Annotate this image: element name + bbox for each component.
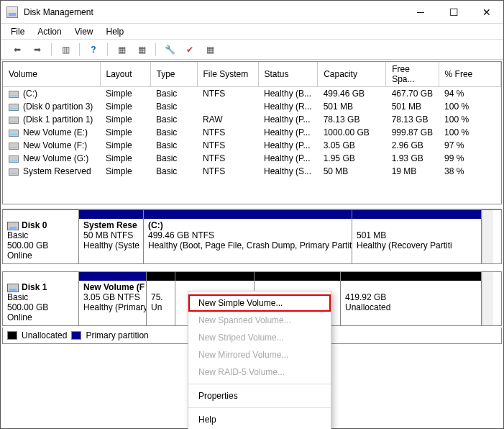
separator bbox=[155, 43, 156, 56]
disk-management-window: Disk Management ─ ☐ ✕ File Action View H… bbox=[0, 0, 504, 429]
ctx-new-mirrored-volume: New Mirrored Volume... bbox=[188, 346, 331, 363]
menu-help[interactable]: Help bbox=[106, 27, 124, 37]
menu-bar: File Action View Help bbox=[1, 24, 503, 40]
volume-row[interactable]: New Volume (G:)SimpleBasicNTFSHealthy (P… bbox=[3, 152, 501, 165]
ctx-new-spanned-volume: New Spanned Volume... bbox=[188, 312, 331, 329]
partition[interactable]: New Volume (F3.05 GB NTFSHealthy (Primar… bbox=[79, 272, 147, 325]
refresh-icon[interactable]: ▦ bbox=[114, 42, 129, 58]
disk1-header: Disk 1 Basic 500.00 GB Online bbox=[3, 272, 79, 325]
col-volume[interactable]: Volume bbox=[3, 62, 100, 87]
toolbar: ⬅ ➡ ▥ ? ▦ ▦ 🔧 ✔ ▦ bbox=[1, 40, 503, 60]
window-title: Disk Management bbox=[24, 7, 404, 17]
volume-icon bbox=[9, 168, 19, 176]
col-free[interactable]: Free Spa... bbox=[386, 62, 439, 87]
ctx-help[interactable]: Help bbox=[188, 411, 331, 428]
context-menu: New Simple Volume... New Spanned Volume.… bbox=[188, 291, 331, 429]
scrollbar[interactable] bbox=[482, 272, 493, 325]
help-icon[interactable]: ? bbox=[86, 42, 101, 58]
partition[interactable]: (C:)499.46 GB NTFSHealthy (Boot, Page Fi… bbox=[144, 210, 352, 263]
minimize-button[interactable]: ─ bbox=[404, 1, 437, 23]
separator bbox=[188, 407, 331, 408]
legend-primary-label: Primary partition bbox=[86, 330, 148, 340]
volume-icon bbox=[9, 117, 19, 124]
partition[interactable]: System Rese50 MB NTFSHealthy (Syste bbox=[79, 210, 144, 263]
volume-icon bbox=[9, 155, 19, 163]
legend-unallocated-swatch bbox=[7, 331, 17, 340]
volume-icon bbox=[9, 91, 19, 98]
disk0-row[interactable]: Disk 0 Basic 500.00 GB Online System Res… bbox=[2, 209, 502, 264]
menu-view[interactable]: View bbox=[75, 27, 93, 37]
col-pct[interactable]: % Free bbox=[439, 62, 500, 87]
maximize-button[interactable]: ☐ bbox=[437, 1, 470, 23]
volume-row[interactable]: System ReservedSimpleBasicNTFSHealthy (S… bbox=[3, 165, 501, 178]
refresh2-icon[interactable]: ▦ bbox=[134, 42, 150, 58]
ctx-new-raid5-volume: New RAID-5 Volume... bbox=[188, 363, 331, 381]
settings-icon[interactable]: 🔧 bbox=[162, 42, 178, 58]
forward-icon[interactable]: ➡ bbox=[29, 42, 45, 58]
partition[interactable]: 419.92 GBUnallocated bbox=[341, 272, 482, 325]
volume-icon bbox=[9, 130, 19, 137]
volume-row[interactable]: New Volume (E:)SimpleBasicNTFSHealthy (P… bbox=[3, 126, 501, 139]
volume-row[interactable]: New Volume (F:)SimpleBasicNTFSHealthy (P… bbox=[3, 139, 501, 152]
separator bbox=[51, 43, 52, 56]
col-layout[interactable]: Layout bbox=[100, 62, 150, 87]
legend-primary-swatch bbox=[71, 331, 81, 340]
ctx-new-striped-volume: New Striped Volume... bbox=[188, 329, 331, 346]
separator bbox=[79, 43, 80, 56]
close-button[interactable]: ✕ bbox=[470, 1, 503, 23]
disk-icon bbox=[7, 284, 19, 292]
col-fs[interactable]: File System bbox=[197, 62, 258, 87]
legend-unallocated-label: Unallocated bbox=[22, 330, 67, 340]
title-bar[interactable]: Disk Management ─ ☐ ✕ bbox=[1, 1, 503, 24]
scrollbar[interactable] bbox=[482, 210, 493, 263]
col-type[interactable]: Type bbox=[150, 62, 197, 87]
partition[interactable]: 75.Un bbox=[147, 272, 175, 325]
disk-icon bbox=[7, 222, 19, 230]
separator bbox=[107, 43, 108, 56]
col-capacity[interactable]: Capacity bbox=[318, 62, 386, 87]
volume-icon bbox=[9, 104, 19, 111]
volume-row[interactable]: (C:)SimpleBasicNTFSHealthy (B...499.46 G… bbox=[3, 87, 501, 101]
partition[interactable]: 501 MBHealthy (Recovery Partiti bbox=[352, 210, 482, 263]
back-icon[interactable]: ⬅ bbox=[9, 42, 25, 58]
volume-icon bbox=[9, 143, 19, 150]
check-icon[interactable]: ✔ bbox=[182, 42, 198, 58]
menu-action[interactable]: Action bbox=[37, 27, 61, 37]
separator bbox=[188, 384, 331, 384]
schedule-icon[interactable]: ▦ bbox=[202, 42, 218, 58]
col-status[interactable]: Status bbox=[258, 62, 318, 87]
volume-row[interactable]: (Disk 1 partition 1)SimpleBasicRAWHealth… bbox=[3, 113, 501, 126]
app-icon bbox=[6, 6, 18, 18]
volume-list[interactable]: Volume Layout Type File System Status Ca… bbox=[2, 61, 502, 204]
menu-file[interactable]: File bbox=[11, 27, 24, 37]
ctx-new-simple-volume[interactable]: New Simple Volume... bbox=[188, 294, 331, 312]
detail-view-icon[interactable]: ▥ bbox=[58, 42, 73, 58]
ctx-properties[interactable]: Properties bbox=[188, 387, 331, 405]
volume-row[interactable]: (Disk 0 partition 3)SimpleBasicHealthy (… bbox=[3, 100, 501, 113]
disk0-header: Disk 0 Basic 500.00 GB Online bbox=[3, 210, 79, 263]
